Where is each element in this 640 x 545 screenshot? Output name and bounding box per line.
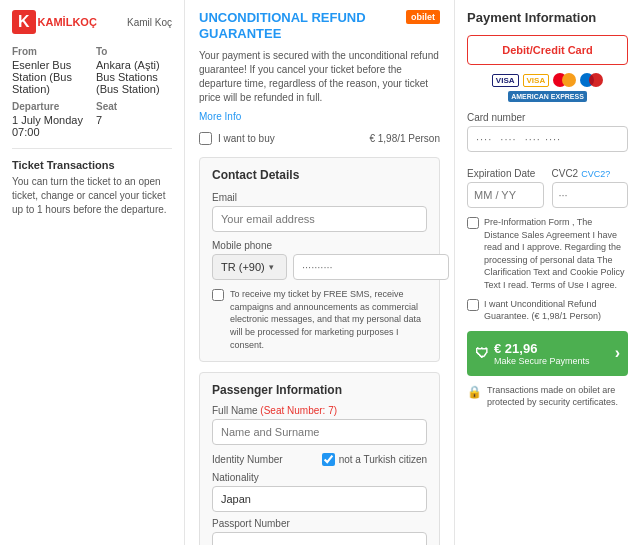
want-to-buy-row: I want to buy € 1,98/1 Person [199, 132, 440, 145]
seat-number-badge: (Seat Number: 7) [260, 405, 337, 416]
exp-cvc-row: Expiration Date CVC2 CVC2? [467, 168, 628, 208]
agreement2-text: I want Unconditional Refund Guarantee. (… [484, 298, 628, 323]
passenger-section-title: Passenger Information [212, 383, 427, 397]
pay-arrow-icon: › [615, 344, 620, 362]
passport-label: Passport Number [212, 518, 427, 529]
ticket-transactions-title: Ticket Transactions [12, 159, 172, 171]
refund-title: UNCONDITIONAL REFUND GUARANTEE [199, 10, 406, 41]
email-group: Email [212, 192, 427, 232]
logo-kamilkoc: K KAMİLKOÇ [12, 10, 97, 34]
from-col: From Esenler Bus Station (Bus Station) [12, 46, 88, 95]
identity-row: Identity Number not a Turkish citizen [212, 453, 427, 466]
card-number-label: Card number [467, 112, 628, 123]
phone-group: Mobile phone TR (+90) ▾ [212, 240, 427, 280]
phone-label: Mobile phone [212, 240, 427, 251]
agreement2-checkbox[interactable] [467, 299, 479, 311]
email-label: Email [212, 192, 427, 203]
agreement1-text: Pre-Information Form , The Distance Sale… [484, 216, 628, 292]
pay-button[interactable]: 🛡 € 21,96 Make Secure Payments › [467, 331, 628, 376]
logo-k-icon: K [12, 10, 36, 34]
card-number-input[interactable] [467, 126, 628, 152]
kamil-koc-label: Kamil Koç [127, 17, 172, 28]
departure-value: 1 July Monday 07:00 [12, 114, 88, 138]
expiration-input[interactable] [467, 182, 544, 208]
cvc-input[interactable] [552, 182, 629, 208]
from-value: Esenler Bus Station (Bus Station) [12, 59, 88, 95]
want-to-buy-label: I want to buy [218, 133, 275, 144]
ticket-transactions: Ticket Transactions You can turn the tic… [12, 159, 172, 217]
full-name-group: Full Name (Seat Number: 7) [212, 405, 427, 445]
maestro-red-circle [589, 73, 603, 87]
to-value: Ankara (Aşti) Bus Stations (Bus Station) [96, 59, 172, 95]
mastercard-logo [553, 73, 576, 87]
right-column: Payment Information Debit/Credit Card VI… [455, 0, 640, 545]
trip-info: From Esenler Bus Station (Bus Station) T… [12, 46, 172, 138]
pay-button-text: € 21,96 Make Secure Payments [494, 341, 590, 366]
full-name-input[interactable] [212, 419, 427, 445]
not-turkish-checkbox[interactable] [322, 453, 335, 466]
more-info-link[interactable]: More Info [199, 111, 440, 122]
want-to-buy-checkbox[interactable] [199, 132, 212, 145]
cvc-label-row: CVC2 CVC2? [552, 168, 629, 179]
nationality-input[interactable] [212, 486, 427, 512]
payment-title: Payment Information [467, 10, 628, 25]
expiration-col: Expiration Date [467, 168, 544, 208]
ticket-transactions-text: You can turn the ticket to an open ticke… [12, 175, 172, 217]
passport-group: Passport Number [212, 518, 427, 545]
logo-brand-text: KAMİLKOÇ [38, 16, 97, 28]
visa-blue-logo: VISA [492, 74, 519, 87]
to-col: To Ankara (Aşti) Bus Stations (Bus Stati… [96, 46, 172, 95]
phone-number-input[interactable] [293, 254, 449, 280]
card-number-group: Card number [467, 112, 628, 160]
passenger-information-section: Passenger Information Full Name (Seat Nu… [199, 372, 440, 545]
from-label: From [12, 46, 88, 57]
cvc-question-link[interactable]: CVC2? [581, 169, 610, 179]
agreement2-row: I want Unconditional Refund Guarantee. (… [467, 298, 628, 323]
cvc-label: CVC2 [552, 168, 579, 179]
left-column: K KAMİLKOÇ Kamil Koç From Esenler Bus St… [0, 0, 185, 545]
refund-description: Your payment is secured with the uncondi… [199, 49, 440, 105]
seat-col: Seat 7 [96, 101, 172, 138]
to-label: To [96, 46, 172, 57]
expiration-label: Expiration Date [467, 168, 544, 179]
seat-label: Seat [96, 101, 172, 112]
pay-amount: € 21,96 [494, 341, 537, 356]
sms-consent-row: To receive my ticket by FREE SMS, receiv… [212, 288, 427, 351]
nationality-group: Nationality [212, 472, 427, 512]
nationality-label: Nationality [212, 472, 427, 483]
pay-button-left: 🛡 € 21,96 Make Secure Payments [475, 341, 590, 366]
contact-section-title: Contact Details [212, 168, 427, 182]
not-turkish-check: not a Turkish citizen [322, 453, 427, 466]
email-input[interactable] [212, 206, 427, 232]
phone-country-selector[interactable]: TR (+90) ▾ [212, 254, 287, 280]
passport-input[interactable] [212, 532, 427, 545]
obilet-badge: obilet [406, 10, 440, 24]
maestro-logo [580, 73, 603, 87]
middle-column: UNCONDITIONAL REFUND GUARANTEE obilet Yo… [185, 0, 455, 545]
full-name-label: Full Name (Seat Number: 7) [212, 405, 427, 416]
contact-details-section: Contact Details Email Mobile phone TR (+… [199, 157, 440, 362]
security-text: Transactions made on obilet are protecte… [487, 384, 628, 409]
sms-consent-text: To receive my ticket by FREE SMS, receiv… [230, 288, 427, 351]
sms-consent-checkbox[interactable] [212, 289, 224, 301]
visa-gold-logo: VISA [523, 74, 550, 87]
departure-label: Departure [12, 101, 88, 112]
refund-header: UNCONDITIONAL REFUND GUARANTEE obilet [199, 10, 440, 41]
not-turkish-label: not a Turkish citizen [339, 454, 427, 465]
logo-area: K KAMİLKOÇ Kamil Koç [12, 10, 172, 34]
debit-card-button[interactable]: Debit/Credit Card [467, 35, 628, 65]
chevron-down-icon: ▾ [269, 262, 274, 272]
refund-price-label: € 1,98/1 Person [369, 133, 440, 144]
phone-country-text: TR (+90) [221, 261, 265, 273]
security-note: 🔒 Transactions made on obilet are protec… [467, 384, 628, 409]
cvc-col: CVC2 CVC2? [552, 168, 629, 208]
card-logos: VISA VISA AMERICAN EXPRESS [467, 73, 628, 102]
amex-logo: AMERICAN EXPRESS [508, 91, 587, 102]
phone-row: TR (+90) ▾ [212, 254, 427, 280]
seat-value: 7 [96, 114, 172, 126]
shield-icon: 🛡 [475, 345, 489, 361]
agreement1-row: Pre-Information Form , The Distance Sale… [467, 216, 628, 292]
agreement1-checkbox[interactable] [467, 217, 479, 229]
departure-col: Departure 1 July Monday 07:00 [12, 101, 88, 138]
identity-label: Identity Number [212, 454, 283, 465]
